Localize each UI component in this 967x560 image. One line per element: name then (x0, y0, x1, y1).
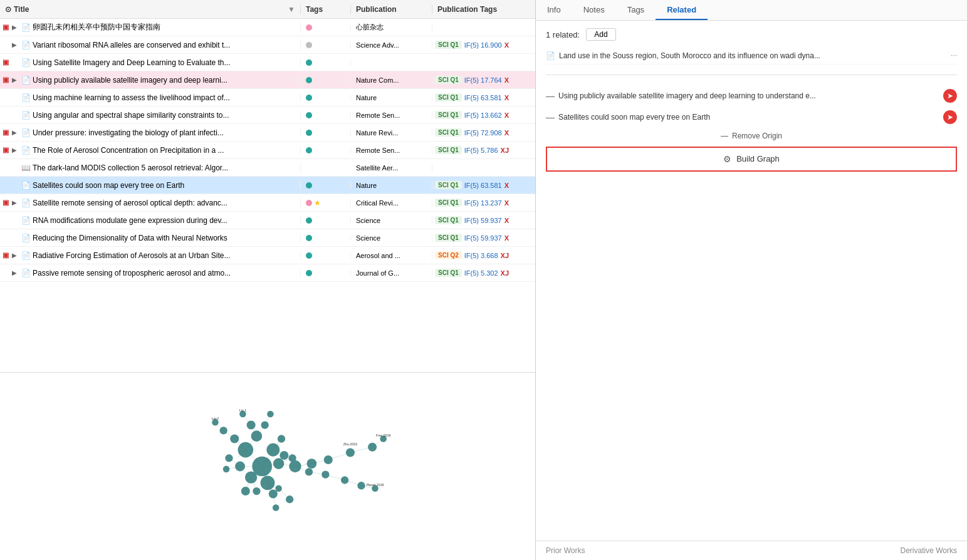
svg-point-39 (266, 443, 280, 457)
expand-icon[interactable]: ▶ (12, 269, 19, 276)
tag-dot (306, 270, 312, 276)
table-row[interactable]: ▣ ▶ 📄 Using Satellite Imagery and Deep L… (0, 54, 535, 71)
title-text: The Role of Aerosol Concentration on Pre… (33, 146, 224, 155)
arrow-button-1[interactable]: ➤ (943, 89, 957, 103)
doc-icon: 📄 (21, 23, 31, 32)
table-row[interactable]: ▣ ▶ 📄 Reducing the Dimensionality of Dat… (0, 229, 535, 247)
expand-icon[interactable]: ▶ (12, 76, 19, 83)
table-row[interactable]: ▣ ▶ 📄 Under pressure: investigating the … (0, 124, 535, 142)
pdf-icon: ▣ (3, 199, 10, 207)
network-graph-area[interactable]: Zhu-2016 Frey 2019 Planet 2018 Liu 1 Liu… (0, 372, 535, 560)
sci-badge: SCI Q1 (435, 93, 462, 101)
arrow-button-2[interactable]: ➤ (943, 110, 957, 124)
related-item: 📄 Land use in the Souss region, South Mo… (546, 48, 957, 65)
add-button[interactable]: Add (586, 28, 615, 41)
related-item-text: Land use in the Souss region, South Moro… (559, 51, 947, 61)
row-publication: Critical Revi... (351, 199, 432, 207)
title-text: Using angular and spectral shape similar… (33, 111, 229, 120)
table-row[interactable]: ▣ ▶ 📄 Satellite remote sensing of aeroso… (0, 194, 535, 212)
title-text: RNA modifications modulate gene expressi… (33, 216, 227, 225)
tab-notes[interactable]: Notes (572, 0, 616, 20)
book-icon: 📖 (21, 163, 31, 172)
tab-related[interactable]: Related (656, 0, 708, 20)
title-text: Passive remote sensing of tropospheric a… (33, 269, 231, 277)
doc-icon: 📄 (21, 76, 31, 85)
row-publication: Nature Revi... (351, 129, 432, 137)
impact-factor: IF(5) 3.668 (464, 252, 498, 259)
table-row[interactable]: ▣ ▶ 📄 Satellites could soon map every tr… (0, 177, 535, 194)
row-tags (301, 60, 351, 66)
doc-icon: 📄 (21, 199, 31, 207)
tab-bar: Info Notes Tags Related (536, 0, 967, 21)
row-title: ▣ ▶ 📄 RNA modifications modulate gene ex… (0, 216, 301, 225)
row-title: ▣ ▶ 📄 Passive remote sensing of troposph… (0, 269, 301, 277)
svg-point-72 (267, 411, 274, 418)
table-row[interactable]: ▣ ▶ 📄 RNA modifications modulate gene ex… (0, 212, 535, 229)
title-text: Using Satellite Imagery and Deep Learnin… (33, 58, 231, 67)
expand-icon[interactable]: ▶ (12, 24, 19, 31)
extra-tag: X (504, 111, 509, 119)
remove-origin[interactable]: — Remove Origin (546, 128, 957, 144)
row-tags (301, 147, 351, 153)
extra-tag: X (504, 129, 509, 137)
table-row[interactable]: ▣ ▶ 📄 Variant ribosomal RNA alleles are … (0, 36, 535, 54)
svg-point-58 (219, 427, 227, 434)
title-text: Satellites could soon map every tree on … (33, 181, 184, 190)
row-pubtags: SCI Q1 IF(5) 72.908 X (432, 128, 535, 137)
sci-badge: SCI Q1 (435, 199, 462, 207)
expand-icon[interactable]: ▶ (12, 41, 19, 48)
row-title: ▣ ▶ 📄 Radiative Forcing Estimation of Ae… (0, 251, 301, 260)
tab-tags[interactable]: Tags (616, 0, 656, 20)
svg-point-67 (368, 443, 377, 452)
row-title: ▣ ▶ 📄 Satellite remote sensing of aeroso… (0, 199, 301, 207)
build-graph-button[interactable]: ⚙ Build Graph (546, 147, 957, 172)
table-row[interactable]: ▣ ▶ 📄 Using machine learning to assess t… (0, 89, 535, 106)
linked-text-2: Satellites could soon map every tree on … (558, 113, 939, 122)
row-publication: Remote Sen... (351, 147, 432, 154)
svg-text:Planet 2018: Planet 2018 (366, 483, 384, 487)
expand-icon[interactable]: ▶ (12, 129, 19, 136)
col-title-header[interactable]: ⊙ Title ▼ (0, 5, 301, 14)
col-publication-header[interactable]: Publication (351, 5, 432, 14)
title-text: Under pressure: investigating the biolog… (33, 128, 224, 137)
expand-icon: ▶ (12, 111, 19, 118)
expand-icon: ▶ (12, 182, 19, 189)
tab-info[interactable]: Info (536, 0, 572, 20)
derivative-works-link[interactable]: Derivative Works (901, 546, 957, 555)
sci-badge: SCI Q1 (435, 41, 462, 49)
doc-icon: 📄 (21, 128, 31, 137)
row-title: ▣ ▶ 📄 Reducing the Dimensionality of Dat… (0, 234, 301, 242)
sci-badge: SCI Q1 (435, 269, 462, 277)
table-row[interactable]: ▣ ▶ 📄 Using publicly available satellite… (0, 71, 535, 89)
impact-factor: IF(5) 13.237 (464, 199, 502, 207)
title-text: Variant ribosomal RNA alleles are conser… (33, 41, 230, 49)
row-publication: Aerosol and ... (351, 252, 432, 259)
table-row[interactable]: ▣ ▶ 📄 Radiative Forcing Estimation of Ae… (0, 247, 535, 264)
table-row[interactable]: ▣ ▶ 📄 卵圆孔未闭相关卒中预防中国专家指南 心脏杂志 (0, 19, 535, 36)
row-pubtags: SCI Q1 IF(5) 5.786 XJ (432, 146, 535, 154)
row-tags (301, 24, 351, 31)
expand-icon: ▶ (12, 59, 19, 66)
tag-dot (306, 112, 312, 118)
prior-works-link[interactable]: Prior Works (546, 546, 585, 555)
expand-icon[interactable]: ▶ (12, 199, 19, 206)
impact-factor: IF(5) 5.786 (464, 147, 498, 154)
table-row[interactable]: ▣ ▶ 📄 Using angular and spectral shape s… (0, 106, 535, 124)
extra-tag: X (504, 41, 509, 49)
doc-icon: 📄 (21, 93, 31, 102)
table-row[interactable]: ▣ ▶ 📄 The Role of Aerosol Concentration … (0, 142, 535, 159)
col-pubtags-header[interactable]: Publication Tags (432, 5, 535, 14)
divider (546, 75, 957, 75)
row-tags (301, 252, 351, 259)
graph-icon: ⚙ (723, 154, 731, 164)
row-pubtags: SCI Q1 IF(5) 13.662 X (432, 111, 535, 119)
col-tags-header[interactable]: Tags (301, 5, 351, 14)
expand-icon[interactable]: ▶ (12, 147, 19, 153)
table-row[interactable]: ▣ ▶ 📖 The dark-land MODIS collection 5 a… (0, 159, 535, 177)
sci-badge: SCI Q1 (435, 146, 462, 154)
pdf-icon: ▣ (3, 234, 10, 242)
extra-tag: X (504, 94, 509, 101)
row-publication: Science (351, 234, 432, 242)
table-row[interactable]: ▣ ▶ 📄 Passive remote sensing of troposph… (0, 264, 535, 282)
expand-icon[interactable]: ▶ (12, 252, 19, 259)
